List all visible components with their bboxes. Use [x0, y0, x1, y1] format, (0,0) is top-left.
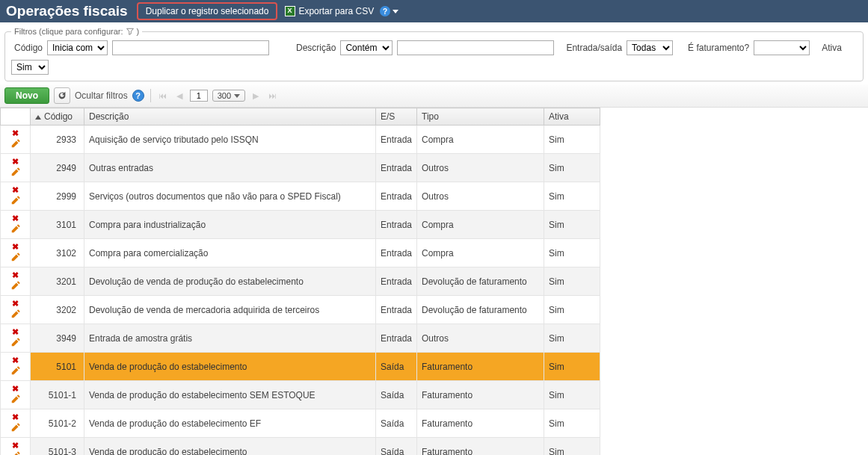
delete-icon[interactable]: ✖ [11, 185, 20, 195]
cell-descricao: Venda de produção do estabelecimento SEM… [84, 381, 376, 409]
separator [150, 89, 151, 102]
edit-icon[interactable] [10, 309, 21, 319]
col-ativa-header[interactable]: Ativa [544, 108, 600, 126]
cell-ativa: Sim [544, 324, 600, 353]
row-actions: ✖ [1, 438, 31, 456]
table-row[interactable]: ✖ 5101-2Venda de produção do estabelecim… [1, 409, 600, 438]
col-codigo-header[interactable]: Código [31, 108, 84, 126]
edit-icon[interactable] [10, 365, 21, 376]
cell-descricao: Outras entradas [84, 154, 376, 182]
table-row[interactable]: ✖ 2949Outras entradasEntradaOutrosSim [1, 154, 600, 182]
cell-es: Saída [376, 353, 417, 381]
cell-descricao: Aquisição de serviço tributado pelo ISSQ… [84, 126, 376, 154]
table-row[interactable]: ✖ 5101-3Venda de produção do estabelecim… [1, 438, 600, 456]
cell-tipo: Faturamento [417, 381, 544, 409]
edit-icon[interactable] [10, 337, 21, 347]
filter-descricao-input[interactable] [397, 40, 554, 55]
delete-icon[interactable]: ✖ [11, 384, 20, 394]
col-es-header[interactable]: E/S [376, 108, 417, 126]
pager-next-icon[interactable]: ▶ [250, 90, 262, 102]
edit-icon[interactable] [10, 394, 21, 404]
cell-tipo: Devolução de faturamento [417, 267, 544, 296]
page-size-select[interactable]: 300 [212, 90, 245, 102]
cell-tipo: Compra [417, 126, 544, 154]
edit-icon[interactable] [10, 252, 21, 262]
table-row[interactable]: ✖ 3202Devolução de venda de mercadoria a… [1, 296, 600, 324]
hide-filters-link[interactable]: Ocultar filtros [75, 90, 128, 101]
cell-es: Entrada [376, 239, 417, 267]
table-row[interactable]: ✖ 3101Compra para industrializaçãoEntrad… [1, 211, 600, 239]
filter-descricao-label: Descrição [296, 43, 336, 53]
table-row[interactable]: ✖ 3949Entrada de amostra grátisEntradaOu… [1, 324, 600, 353]
filter-ativa-label: Ativa [822, 43, 842, 53]
cell-es: Entrada [376, 154, 417, 182]
delete-icon[interactable]: ✖ [11, 270, 20, 280]
delete-icon[interactable]: ✖ [11, 242, 20, 252]
delete-icon[interactable]: ✖ [11, 412, 20, 422]
cell-descricao: Entrada de amostra grátis [84, 324, 376, 353]
page-number-input[interactable] [190, 90, 208, 102]
edit-icon[interactable] [10, 138, 21, 149]
edit-icon[interactable] [10, 195, 21, 205]
filter-codigo-input[interactable] [112, 40, 269, 55]
filter-faturamento-label: É faturamento? [688, 43, 749, 53]
table-row[interactable]: ✖ 5101Venda de produção do estabelecimen… [1, 353, 600, 381]
cell-codigo: 2949 [31, 154, 84, 182]
table-row[interactable]: ✖ 3201Devolução de venda de produção do … [1, 267, 600, 296]
table-row[interactable]: ✖ 3102Compra para comercializaçãoEntrada… [1, 239, 600, 267]
cell-tipo: Compra [417, 211, 544, 239]
pager-prev-icon[interactable]: ◀ [173, 90, 185, 102]
export-csv-link[interactable]: Exportar para CSV [285, 6, 374, 16]
cell-es: Saída [376, 438, 417, 456]
cell-ativa: Sim [544, 353, 600, 381]
cell-ativa: Sim [544, 126, 600, 154]
cell-es: Entrada [376, 296, 417, 324]
cell-tipo: Faturamento [417, 353, 544, 381]
cell-descricao: Venda de produção do estabelecimento [84, 353, 376, 381]
excel-icon [285, 6, 295, 16]
filters-legend[interactable]: Filtros (clique para configurar: ) [11, 27, 142, 36]
table-row[interactable]: ✖ 2933Aquisição de serviço tributado pel… [1, 126, 600, 154]
delete-icon[interactable]: ✖ [11, 214, 20, 223]
cell-ativa: Sim [544, 211, 600, 239]
pager-first-icon[interactable]: ⏮ [157, 90, 169, 102]
cell-tipo: Faturamento [417, 438, 544, 456]
cell-es: Saída [376, 381, 417, 409]
delete-icon[interactable]: ✖ [11, 441, 20, 451]
edit-icon[interactable] [10, 422, 21, 433]
refresh-button[interactable] [54, 87, 70, 104]
help-icon[interactable]: ? [380, 6, 390, 16]
edit-icon[interactable] [10, 451, 21, 455]
pager-last-icon[interactable]: ⏭ [266, 90, 278, 102]
filter-descricao-op[interactable]: Contém [340, 40, 393, 55]
edit-icon[interactable] [10, 280, 21, 291]
delete-icon[interactable]: ✖ [11, 299, 20, 309]
cell-codigo: 5101-1 [31, 381, 84, 409]
cell-codigo: 3101 [31, 211, 84, 239]
filter-codigo-op[interactable]: Inicia com [47, 40, 108, 55]
delete-icon[interactable]: ✖ [11, 157, 20, 167]
row-actions: ✖ [1, 126, 31, 154]
col-descricao-header[interactable]: Descrição [84, 108, 376, 126]
chevron-down-icon[interactable] [393, 10, 398, 13]
filter-ativa-select[interactable]: Sim [11, 60, 49, 75]
filter-faturamento-select[interactable] [754, 40, 810, 55]
new-button[interactable]: Novo [4, 87, 49, 104]
delete-icon[interactable]: ✖ [11, 356, 20, 365]
row-actions: ✖ [1, 211, 31, 239]
delete-icon[interactable]: ✖ [11, 129, 20, 138]
filters-panel: Filtros (clique para configurar: ) Códig… [4, 27, 864, 81]
table-row[interactable]: ✖ 2999Serviços (outros documentos que nã… [1, 182, 600, 211]
row-actions: ✖ [1, 296, 31, 324]
table-row[interactable]: ✖ 5101-1Venda de produção do estabelecim… [1, 381, 600, 409]
delete-icon[interactable]: ✖ [11, 327, 20, 337]
row-actions: ✖ [1, 353, 31, 381]
cell-tipo: Outros [417, 182, 544, 211]
cell-tipo: Outros [417, 154, 544, 182]
col-tipo-header[interactable]: Tipo [417, 108, 544, 126]
edit-icon[interactable] [10, 167, 21, 177]
duplicate-record-button[interactable]: Duplicar o registro selecionado [137, 2, 278, 20]
filter-es-select[interactable]: Todas [627, 40, 673, 55]
edit-icon[interactable] [10, 223, 21, 234]
toolbar-help-icon[interactable]: ? [132, 90, 144, 102]
